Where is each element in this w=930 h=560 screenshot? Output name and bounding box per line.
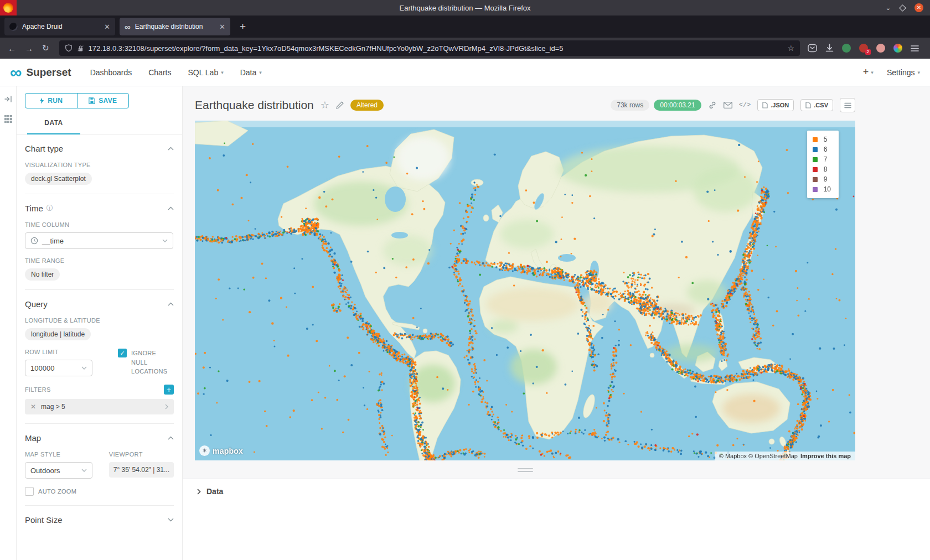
superset-logo[interactable]: ∞ Superset — [10, 66, 71, 79]
longitude-latitude-value[interactable]: longitude | latitude — [25, 328, 91, 340]
forward-icon[interactable]: → — [20, 44, 38, 53]
tab-apache-druid[interactable]: Apache Druid ✕ — [4, 18, 115, 35]
window-close-icon[interactable]: ✕ — [914, 3, 923, 12]
legend-swatch — [813, 177, 818, 182]
window-title: Earthquake distribution — Mozilla Firefo… — [400, 4, 531, 12]
legend-item[interactable]: 6 — [813, 146, 831, 153]
superset-header: ∞ Superset Dashboards Charts SQL Lab▾ Da… — [0, 59, 930, 86]
add-filter-button[interactable]: + — [164, 385, 174, 395]
viewport-value[interactable]: 7° 35' 54.02" | 31... — [109, 462, 174, 478]
window-titlebar: Earthquake distribution — Mozilla Firefo… — [0, 0, 930, 15]
permalink-icon[interactable] — [708, 101, 717, 110]
ignore-null-checkbox-row[interactable]: ✓ IGNORE NULL LOCATIONS — [118, 349, 174, 376]
extension-icon[interactable] — [876, 44, 885, 53]
visualization-type-value[interactable]: deck.gl Scatterplot — [25, 173, 92, 185]
extension-icon[interactable] — [842, 44, 851, 53]
window-maximize-icon[interactable] — [899, 4, 906, 12]
auto-zoom-checkbox-row[interactable]: AUTO ZOOM — [25, 487, 174, 496]
embed-code-icon[interactable]: </> — [739, 101, 751, 109]
export-csv-button[interactable]: .CSV — [800, 99, 833, 111]
time-column-select[interactable]: __time — [25, 232, 173, 249]
panel-resize-handle[interactable] — [195, 468, 855, 472]
section-header-time[interactable]: Timeⓘ — [25, 204, 174, 213]
remove-filter-icon[interactable]: ✕ — [30, 403, 36, 411]
back-icon[interactable]: ← — [3, 44, 20, 53]
improve-map-link[interactable]: Improve this map — [800, 453, 851, 459]
extension-badge: 2 — [865, 49, 871, 55]
extension-icon[interactable] — [893, 44, 902, 53]
tracking-shield-icon[interactable] — [65, 44, 73, 52]
url-input[interactable]: 172.18.0.3:32108/superset/explore/?form_… — [89, 44, 783, 53]
run-button[interactable]: RUN — [25, 93, 78, 108]
legend-item[interactable]: 8 — [813, 165, 831, 173]
hamburger-menu-icon[interactable] — [911, 45, 919, 52]
dataset-grid-icon[interactable] — [4, 115, 12, 123]
tab-close-icon[interactable]: ✕ — [104, 23, 110, 31]
section-header-query[interactable]: Query — [25, 299, 174, 309]
nav-sql-lab[interactable]: SQL Lab▾ — [188, 68, 223, 77]
time-range-label: TIME RANGE — [25, 257, 174, 264]
checkbox-checked-icon[interactable]: ✓ — [118, 349, 127, 357]
tab-close-icon[interactable]: ✕ — [219, 23, 225, 31]
reload-icon[interactable]: ↻ — [38, 43, 54, 53]
nav-charts[interactable]: Charts — [148, 68, 171, 77]
pocket-icon[interactable] — [808, 44, 817, 53]
tab-data[interactable]: DATA — [27, 119, 80, 134]
section-header-map[interactable]: Map — [25, 433, 174, 443]
save-icon — [89, 97, 95, 104]
url-bar[interactable]: 172.18.0.3:32108/superset/explore/?form_… — [59, 40, 800, 56]
chart-options-menu-button[interactable] — [840, 98, 855, 112]
checkbox-unchecked-icon[interactable] — [25, 487, 34, 496]
info-icon: ⓘ — [46, 204, 53, 213]
altered-badge[interactable]: Altered — [350, 100, 384, 111]
row-count-badge: 73k rows — [611, 100, 649, 111]
edit-properties-icon[interactable] — [336, 101, 344, 109]
window-minimize-icon[interactable]: ⌄ — [886, 5, 891, 11]
new-tab-button[interactable]: + — [235, 20, 251, 33]
section-point-size: Point Size — [25, 506, 174, 533]
legend-label: 5 — [824, 136, 828, 143]
earthquake-points-canvas[interactable] — [195, 121, 855, 460]
nav-dashboards[interactable]: Dashboards — [90, 68, 132, 77]
favorite-star-icon[interactable]: ☆ — [321, 99, 329, 111]
section-header-point-size[interactable]: Point Size — [25, 515, 174, 525]
tab-earthquake-distribution[interactable]: ∞ Earthquake distribution ✕ — [120, 18, 230, 35]
brand-name: Superset — [26, 66, 71, 79]
settings-menu[interactable]: Settings▾ — [887, 68, 920, 77]
attribution-text[interactable]: © Mapbox © OpenStreetMap — [719, 453, 798, 459]
row-limit-select[interactable]: 100000 — [25, 360, 92, 376]
filters-label: FILTERS — [25, 386, 51, 393]
downloads-icon[interactable] — [825, 44, 834, 53]
adblock-extension-icon[interactable]: 2 — [859, 44, 868, 53]
map-style-select[interactable]: Outdoors — [25, 462, 92, 479]
chart-panel: Earthquake distribution ☆ Altered 73k ro… — [183, 86, 930, 560]
legend-item[interactable]: 7 — [813, 155, 831, 163]
deckgl-scatterplot-map[interactable]: 5 6 7 8 9 10 ✶ mapbox © Mapbox © OpenStr… — [195, 121, 855, 460]
new-item-button[interactable]: +▾ — [863, 66, 874, 78]
legend-swatch — [813, 137, 818, 142]
row-limit-label: ROW LIMIT — [25, 349, 108, 355]
nav-data[interactable]: Data▾ — [240, 68, 262, 77]
collapse-dataset-panel-icon[interactable] — [4, 95, 12, 103]
filter-chip[interactable]: ✕ mag > 5 — [25, 399, 174, 414]
email-icon[interactable] — [724, 102, 732, 108]
section-header-chart-type[interactable]: Chart type — [25, 144, 174, 153]
insecure-lock-icon[interactable] — [77, 45, 84, 52]
section-time: Timeⓘ TIME COLUMN __time TIME RANGE No f… — [25, 194, 174, 290]
section-chart-type: Chart type VISUALIZATION TYPE deck.gl Sc… — [25, 134, 174, 194]
legend-label: 10 — [824, 185, 831, 193]
legend-swatch — [813, 147, 818, 152]
export-json-button[interactable]: .JSON — [757, 99, 794, 111]
legend-item[interactable]: 5 — [813, 136, 831, 143]
file-icon — [805, 102, 811, 108]
data-panel-header[interactable]: Data — [197, 487, 916, 496]
bookmark-star-icon[interactable]: ☆ — [787, 44, 794, 53]
chevron-down-icon — [168, 518, 174, 522]
time-range-value[interactable]: No filter — [25, 268, 60, 281]
bolt-icon — [39, 97, 44, 104]
save-button[interactable]: SAVE — [77, 93, 130, 108]
legend-item[interactable]: 10 — [813, 185, 831, 193]
mapbox-logo[interactable]: ✶ mapbox — [199, 445, 243, 456]
legend-item[interactable]: 9 — [813, 175, 831, 183]
results-data-panel: Data — [183, 479, 930, 560]
